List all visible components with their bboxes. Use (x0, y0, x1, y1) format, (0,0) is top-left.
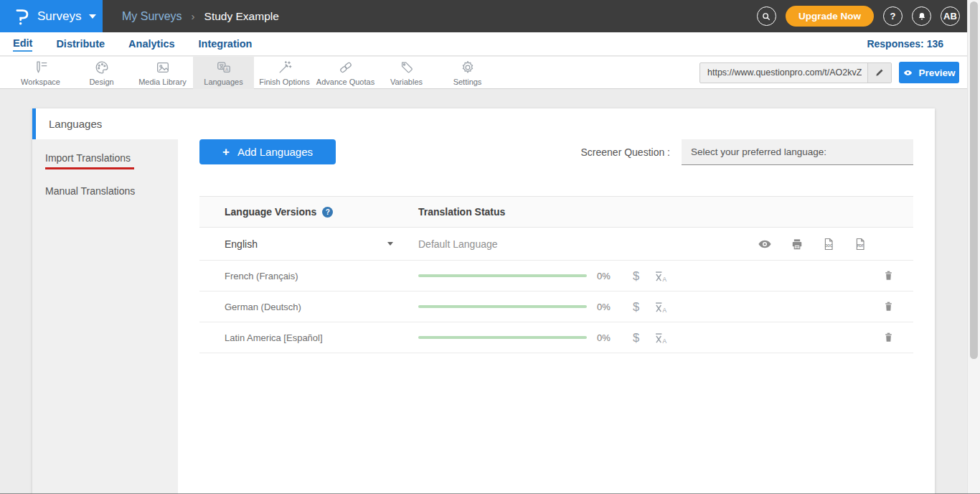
gear-icon (460, 60, 476, 75)
column-header-translation-status: Translation Status (418, 206, 505, 218)
auto-translate-button[interactable]: A (654, 330, 669, 345)
trash-icon (882, 269, 895, 282)
table-header-row: Language Versions ? Translation Status (199, 196, 913, 228)
export-pdf-button[interactable]: PDF (853, 236, 867, 252)
add-languages-button[interactable]: + Add Languages (199, 139, 336, 164)
doc-file-icon: DOC (821, 236, 836, 252)
toolbar-tab-settings[interactable]: Settings (437, 57, 498, 89)
help-circle-icon[interactable]: ? (322, 207, 333, 218)
trash-icon (882, 331, 895, 344)
toolbar-tab-advance-quotas[interactable]: Advance Quotas (315, 57, 376, 89)
tab-analytics[interactable]: Analytics (128, 37, 174, 51)
editor-toolbar: Workspace Design Media Library A Languag… (0, 57, 980, 89)
print-button[interactable] (790, 237, 804, 251)
translate-icon: A (216, 60, 232, 75)
image-icon (155, 60, 171, 75)
breadcrumb-separator: › (192, 10, 195, 22)
svg-text:A: A (225, 66, 228, 71)
paid-translation-button[interactable]: $ (633, 269, 639, 283)
screener-question-select[interactable]: Select your preferred language: (682, 139, 913, 165)
sidebar-item-languages[interactable]: Languages (32, 108, 178, 139)
tab-edit[interactable]: Edit (13, 36, 32, 52)
notifications-button[interactable] (912, 6, 931, 26)
toolbar-tab-workspace[interactable]: Workspace (10, 57, 71, 89)
default-row-actions: DOC PDF (757, 236, 867, 252)
delete-language-button[interactable] (882, 300, 895, 313)
sidebar-item-manual-translations[interactable]: Manual Translations (32, 174, 178, 198)
translate-icon: A (654, 330, 669, 345)
language-name: Latin America [Español] (225, 332, 323, 343)
translation-progress-bar (418, 274, 587, 277)
svg-text:PDF: PDF (857, 244, 864, 248)
questionpro-logo-icon (15, 7, 30, 26)
eye-icon (757, 236, 773, 252)
language-row-french: French (Français) 0% $ A (199, 261, 913, 292)
plus-icon: + (222, 146, 230, 158)
export-doc-button[interactable]: DOC (821, 236, 836, 252)
tab-distribute[interactable]: Distribute (56, 37, 105, 51)
search-icon (761, 11, 771, 22)
workspace-icon (33, 60, 49, 75)
default-language-row: English Default Language (199, 228, 913, 261)
palette-icon (94, 60, 110, 75)
percent-label: 0% (597, 332, 617, 343)
delete-language-button[interactable] (882, 269, 895, 282)
toolbar-tab-design[interactable]: Design (71, 57, 132, 89)
scrollbar[interactable] (967, 0, 980, 494)
pdf-file-icon: PDF (853, 236, 867, 252)
languages-content: + Add Languages Screener Question : Sele… (178, 108, 935, 494)
scrollbar-thumb[interactable] (970, 1, 978, 359)
language-row-spanish: Latin America [Español] 0% $ A (199, 322, 913, 353)
translate-icon: A (654, 299, 669, 314)
trash-icon (882, 300, 895, 313)
search-button[interactable] (757, 6, 776, 26)
breadcrumb-my-surveys[interactable]: My Surveys (122, 10, 182, 23)
bell-icon (917, 11, 927, 22)
eye-icon (903, 67, 913, 78)
tag-icon (399, 60, 415, 75)
translate-icon: A (654, 269, 669, 284)
percent-label: 0% (597, 271, 617, 281)
topbar: Surveys My Surveys › Study Example Upgra… (0, 0, 980, 32)
page-background: Languages Import Translations Manual Tra… (0, 90, 980, 494)
percent-label: 0% (597, 302, 617, 312)
upgrade-now-button[interactable]: Upgrade Now (786, 6, 874, 27)
chain-links-icon (338, 60, 354, 75)
delete-language-button[interactable] (882, 331, 895, 344)
surveys-menu[interactable]: Surveys (0, 0, 103, 32)
auto-translate-button[interactable]: A (654, 269, 669, 284)
language-row-german: German (Deutsch) 0% $ A (199, 292, 913, 322)
edit-url-button[interactable] (867, 63, 891, 83)
app-window: Surveys My Surveys › Study Example Upgra… (0, 0, 980, 494)
view-survey-button[interactable] (757, 236, 773, 252)
surveys-menu-label: Surveys (37, 9, 81, 24)
avatar[interactable]: AB (941, 6, 960, 26)
preview-button[interactable]: Preview (899, 62, 959, 83)
pencil-icon (875, 67, 885, 78)
dropdown-caret-icon[interactable] (387, 242, 393, 246)
sidebar-item-import-translations[interactable]: Import Translations (32, 145, 178, 165)
topbar-actions: Upgrade Now ? AB (757, 6, 980, 27)
responses-count[interactable]: Responses: 136 (867, 38, 943, 50)
sidebar: Languages Import Translations Manual Tra… (32, 108, 178, 494)
paid-translation-button[interactable]: $ (633, 300, 639, 314)
translation-progress-bar (418, 336, 587, 339)
screener-question-row: Screener Question : Select your preferre… (580, 139, 913, 165)
tab-integration[interactable]: Integration (199, 37, 253, 51)
toolbar-tab-languages[interactable]: A Languages (193, 57, 254, 89)
help-button[interactable]: ? (883, 6, 903, 26)
question-mark-icon: ? (890, 11, 896, 22)
breadcrumb: My Surveys › Study Example (122, 10, 279, 23)
toolbar-tab-media-library[interactable]: Media Library (132, 57, 193, 89)
auto-translate-button[interactable]: A (654, 299, 669, 314)
avatar-initials: AB (943, 11, 957, 22)
chevron-down-icon (89, 14, 96, 19)
toolbar-tab-variables[interactable]: Variables (376, 57, 437, 89)
paid-translation-button[interactable]: $ (633, 331, 639, 345)
toolbar-tab-finish-options[interactable]: Finish Options (254, 57, 315, 89)
language-name: German (Deutsch) (225, 302, 301, 312)
survey-nav: Edit Distribute Analytics Integration Re… (0, 32, 980, 56)
survey-url-input[interactable] (700, 67, 867, 78)
language-name: French (Français) (225, 271, 298, 281)
language-versions-table: Language Versions ? Translation Status E… (199, 196, 913, 353)
